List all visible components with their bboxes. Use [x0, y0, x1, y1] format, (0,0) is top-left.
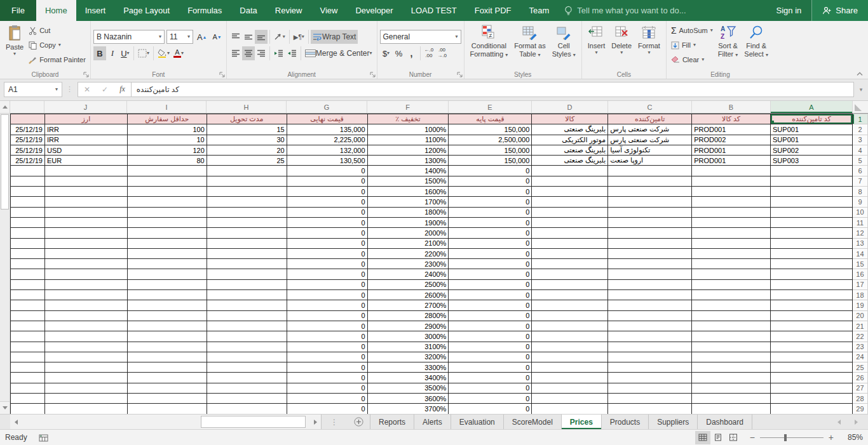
cell[interactable] — [532, 166, 608, 176]
decrease-indent-button[interactable] — [272, 46, 285, 60]
accounting-format-button[interactable]: $▾ — [380, 46, 393, 60]
row-header-1[interactable]: 1 — [852, 114, 867, 124]
decrease-decimal-button[interactable]: .00→.0 — [435, 46, 449, 60]
column-header-B[interactable]: B — [692, 101, 771, 113]
row-header-20[interactable]: 20 — [852, 310, 867, 321]
cell[interactable] — [127, 217, 207, 227]
cell[interactable] — [44, 269, 127, 279]
cell[interactable]: 0 — [287, 207, 367, 217]
page-layout-view-button[interactable] — [710, 431, 726, 444]
ribbon-tab-data[interactable]: Data — [231, 0, 266, 21]
cell[interactable] — [11, 383, 45, 393]
cell[interactable] — [44, 279, 127, 289]
formula-input[interactable]: کد تامین‌کننده — [132, 82, 854, 97]
cell[interactable] — [608, 279, 692, 289]
cell[interactable] — [608, 228, 692, 238]
cell[interactable] — [11, 228, 45, 238]
cell[interactable] — [207, 217, 287, 227]
cell[interactable] — [11, 238, 45, 248]
cell[interactable] — [771, 362, 853, 373]
cell[interactable] — [207, 352, 287, 362]
cell[interactable]: 0 — [287, 342, 367, 352]
cell[interactable]: کالا — [532, 114, 608, 124]
font-dialog-launcher[interactable] — [219, 72, 225, 77]
cell[interactable] — [692, 394, 771, 404]
copy-button[interactable]: Copy ▾ — [27, 38, 88, 52]
cell[interactable]: 0 — [449, 373, 532, 383]
cell[interactable]: 1300% — [367, 156, 449, 166]
cell[interactable]: 0 — [287, 238, 367, 248]
row-header-17[interactable]: 17 — [852, 279, 867, 289]
cell[interactable] — [127, 259, 207, 269]
cell[interactable] — [692, 238, 771, 248]
cell[interactable] — [11, 217, 45, 227]
cell[interactable]: 0 — [449, 394, 532, 404]
cell[interactable] — [127, 238, 207, 248]
cell[interactable]: 15 — [207, 124, 287, 135]
cell[interactable]: 0 — [287, 228, 367, 238]
cell[interactable] — [692, 228, 771, 238]
row-header-4[interactable]: 4 — [852, 145, 867, 155]
cell[interactable] — [44, 166, 127, 176]
wrap-text-button[interactable]: Wrap Text — [311, 30, 358, 44]
cell[interactable]: قیمت نهایی — [287, 114, 367, 124]
cell[interactable] — [207, 197, 287, 207]
cell[interactable] — [532, 176, 608, 186]
cell[interactable]: 1500% — [367, 176, 449, 186]
cell[interactable] — [532, 321, 608, 331]
row-header-16[interactable]: 16 — [852, 269, 867, 279]
cell[interactable]: 25/12/19 — [11, 145, 45, 155]
column-header-A[interactable]: A — [771, 101, 853, 113]
cell[interactable] — [532, 373, 608, 383]
cell[interactable] — [608, 394, 692, 404]
cell[interactable]: بلبرینگ صنعتی — [532, 124, 608, 135]
cell[interactable] — [11, 269, 45, 279]
cell[interactable] — [692, 217, 771, 227]
column-header-E[interactable]: E — [449, 101, 532, 113]
cell[interactable]: 100 — [127, 124, 207, 135]
cell[interactable] — [608, 217, 692, 227]
cell[interactable]: 0 — [287, 197, 367, 207]
italic-button[interactable]: I — [106, 46, 119, 60]
page-break-view-button[interactable] — [726, 431, 741, 444]
cell[interactable]: 150,000 — [449, 145, 532, 155]
cell[interactable] — [532, 383, 608, 393]
delete-cells-button[interactable]: Delete ▾ — [608, 22, 635, 68]
cell[interactable] — [771, 300, 853, 310]
formula-bar-expand-icon[interactable]: ▾ — [854, 86, 868, 93]
cell[interactable] — [692, 300, 771, 310]
percent-style-button[interactable]: % — [393, 46, 405, 60]
ribbon-tab-home[interactable]: Home — [36, 0, 76, 21]
row-header-10[interactable]: 10 — [852, 207, 867, 217]
cell[interactable]: 0 — [449, 207, 532, 217]
cell[interactable] — [771, 187, 853, 197]
cell[interactable] — [127, 383, 207, 393]
cell[interactable] — [127, 331, 207, 342]
cell[interactable] — [771, 404, 853, 414]
cell[interactable]: 0 — [287, 166, 367, 176]
cell[interactable]: 1600% — [367, 187, 449, 197]
cell[interactable] — [771, 352, 853, 362]
vertical-scrollbar[interactable] — [0, 101, 10, 414]
row-header-12[interactable]: 12 — [852, 228, 867, 238]
sheet-tab-alerts[interactable]: Alerts — [414, 415, 451, 429]
cell[interactable]: حداقل سفارش — [127, 114, 207, 124]
cell[interactable]: 0 — [449, 290, 532, 300]
cell[interactable] — [532, 300, 608, 310]
cell[interactable]: 3500% — [367, 383, 449, 393]
cell[interactable]: 3300% — [367, 362, 449, 373]
sheet-tab-dashboard[interactable]: Dashboard — [698, 415, 752, 429]
cell[interactable] — [207, 321, 287, 331]
cell[interactable] — [44, 197, 127, 207]
cell[interactable]: 1100% — [367, 135, 449, 145]
column-header-J[interactable]: J — [44, 101, 127, 113]
format-cells-button[interactable]: Format ▾ — [635, 22, 663, 68]
cell[interactable]: 0 — [449, 300, 532, 310]
normal-view-button[interactable] — [695, 431, 710, 444]
cell[interactable] — [44, 248, 127, 258]
cell[interactable] — [11, 331, 45, 342]
cell[interactable]: 1800% — [367, 207, 449, 217]
borders-button[interactable]: ▾ — [136, 46, 151, 60]
cell[interactable]: 0 — [287, 331, 367, 342]
cell[interactable]: 0 — [449, 352, 532, 362]
